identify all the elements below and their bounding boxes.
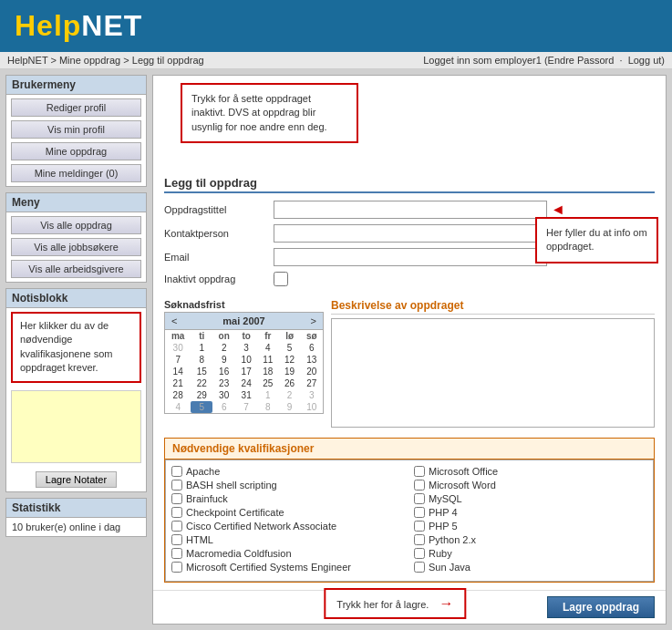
qual-checkbox[interactable] [414, 562, 425, 573]
qual-left-column: ApacheBASH shell scriptingBrainfuckCheck… [171, 466, 405, 575]
calendar-day[interactable]: 21 [165, 377, 191, 389]
calendar-day[interactable]: 4 [257, 342, 279, 354]
qual-label: PHP 5 [429, 521, 458, 532]
calendar-day[interactable]: 25 [257, 377, 279, 389]
qual-checkbox[interactable] [414, 521, 425, 532]
sidebar-item-mine-oppdrag[interactable]: Mine oppdrag [11, 142, 141, 160]
calendar-day[interactable]: 12 [279, 354, 301, 366]
qual-checkbox[interactable] [171, 534, 182, 545]
calendar-day[interactable]: 23 [212, 377, 235, 389]
notisblokk-title: Notisblokk [6, 289, 146, 308]
calendar-day[interactable]: 10 [300, 401, 323, 413]
inaktivt-label: Inaktivt oppdrag [164, 274, 274, 284]
qual-checkbox[interactable] [414, 507, 425, 518]
calendar-day[interactable]: 3 [300, 389, 323, 401]
qual-checkbox[interactable] [171, 507, 182, 518]
calendar-day[interactable]: 7 [235, 401, 257, 413]
sidebar-item-rediger-profil[interactable]: Rediger profil [11, 98, 141, 117]
sidebar-item-vis-min-profil[interactable]: Vis min profil [11, 120, 141, 139]
calendar-month: mai 2007 [222, 315, 264, 326]
calendar-day[interactable]: 30 [212, 389, 235, 401]
qual-checkbox[interactable] [414, 480, 425, 491]
calendar-day[interactable]: 5 [279, 342, 301, 354]
calendar-day[interactable]: 18 [257, 366, 279, 377]
qual-checkbox[interactable] [414, 548, 425, 559]
calendar-day[interactable]: 22 [191, 377, 212, 389]
qualifications-section: Nødvendige kvalifikasjoner ApacheBASH sh… [164, 438, 655, 583]
calendar-day[interactable]: 9 [212, 354, 235, 366]
calendar-day[interactable]: 15 [191, 366, 212, 377]
qual-columns: ApacheBASH shell scriptingBrainfuckCheck… [166, 460, 653, 581]
notepad-textarea[interactable] [11, 390, 141, 463]
kontaktperson-input[interactable] [274, 224, 547, 243]
qual-label: Macromedia Coldfusion [186, 548, 292, 559]
statistikk-text: 10 bruker(e) online i dag [6, 518, 146, 536]
sidebar-item-vis-alle-jobbsokere[interactable]: Vis alle jobbsøkere [11, 238, 141, 256]
calendar-day[interactable]: 13 [300, 354, 323, 366]
sidebar-item-vis-alle-oppdrag[interactable]: Vis alle oppdrag [11, 216, 141, 234]
description-textarea[interactable] [331, 318, 655, 428]
qual-checkbox[interactable] [171, 466, 182, 477]
sidebar-item-vis-alle-arbeidsgivere[interactable]: Vis alle arbeidsgivere [11, 260, 141, 278]
save-notes-button[interactable]: Lagre Notater [36, 471, 117, 488]
calendar-day[interactable]: 1 [257, 389, 279, 401]
calendar-day[interactable]: 20 [300, 366, 323, 377]
change-password-link[interactable]: Endre Passord [548, 55, 615, 66]
calendar-day[interactable]: 19 [279, 366, 301, 377]
qual-item: PHP 5 [414, 521, 647, 532]
calendar-next-button[interactable]: > [307, 315, 320, 326]
calendar-day[interactable]: 8 [257, 401, 279, 413]
calendar-day[interactable]: 3 [235, 342, 257, 354]
calendar-day[interactable]: 17 [235, 366, 257, 377]
calendar-day[interactable]: 29 [191, 389, 212, 401]
calendar-prev-button[interactable]: < [168, 315, 181, 326]
calendar-day[interactable]: 1 [191, 342, 212, 354]
qual-label: Ruby [429, 548, 452, 559]
inaktivt-checkbox[interactable] [274, 272, 288, 286]
logo-help: Help [15, 9, 81, 42]
qual-checkbox[interactable] [171, 480, 182, 491]
brukermeny-title: Brukermeny [6, 76, 146, 95]
brukermeny-section: Brukermeny Rediger profil Vis min profil… [5, 75, 147, 187]
calendar-day-header: fr [257, 330, 279, 342]
calendar-day[interactable]: 2 [212, 342, 235, 354]
calendar-day[interactable]: 24 [235, 377, 257, 389]
calendar-day[interactable]: 7 [165, 354, 191, 366]
calendar-day[interactable]: 26 [279, 377, 301, 389]
calendar-day[interactable]: 10 [235, 354, 257, 366]
calendar-day[interactable]: 28 [165, 389, 191, 401]
qual-checkbox[interactable] [171, 548, 182, 559]
qual-scroll-wrapper[interactable]: ApacheBASH shell scriptingBrainfuckCheck… [165, 460, 654, 582]
meny-title: Meny [6, 193, 146, 212]
calendar-day[interactable]: 2 [279, 389, 301, 401]
logout-link[interactable]: Logg ut [628, 55, 662, 66]
calendar-day[interactable]: 8 [191, 354, 212, 366]
calendar-day[interactable]: 5 [191, 401, 212, 413]
qual-checkbox[interactable] [414, 466, 425, 477]
qual-title: Nødvendige kvalifikasjoner [172, 442, 314, 455]
sidebar-item-mine-meldinger[interactable]: Mine meldinger (0) [11, 164, 141, 182]
email-input[interactable] [274, 248, 547, 266]
oppdragstittel-input[interactable] [274, 201, 547, 219]
calendar-day[interactable]: 9 [279, 401, 301, 413]
qual-checkbox[interactable] [414, 493, 425, 504]
qual-label: Cisco Certified Network Associate [186, 521, 336, 532]
logo: HelpNET [15, 9, 657, 43]
calendar-day[interactable]: 31 [235, 389, 257, 401]
calendar-day[interactable]: 4 [165, 401, 191, 413]
calendar-day[interactable]: 6 [300, 342, 323, 354]
qual-checkbox[interactable] [414, 534, 425, 545]
qual-checkbox[interactable] [171, 521, 182, 532]
qual-item: HTML [171, 534, 405, 545]
calendar-day[interactable]: 6 [212, 401, 235, 413]
qual-checkbox[interactable] [171, 493, 182, 504]
calendar-day[interactable]: 16 [212, 366, 235, 377]
calendar-day[interactable]: 14 [165, 366, 191, 377]
save-oppdrag-button[interactable]: Lagre oppdrag [547, 596, 655, 618]
calendar: < mai 2007 > mationtofrløsø 301234567891… [164, 312, 324, 414]
logo-net: NET [81, 9, 142, 42]
calendar-day[interactable]: 27 [300, 377, 323, 389]
qual-checkbox[interactable] [171, 562, 182, 573]
calendar-day[interactable]: 30 [165, 342, 191, 354]
calendar-day[interactable]: 11 [257, 354, 279, 366]
